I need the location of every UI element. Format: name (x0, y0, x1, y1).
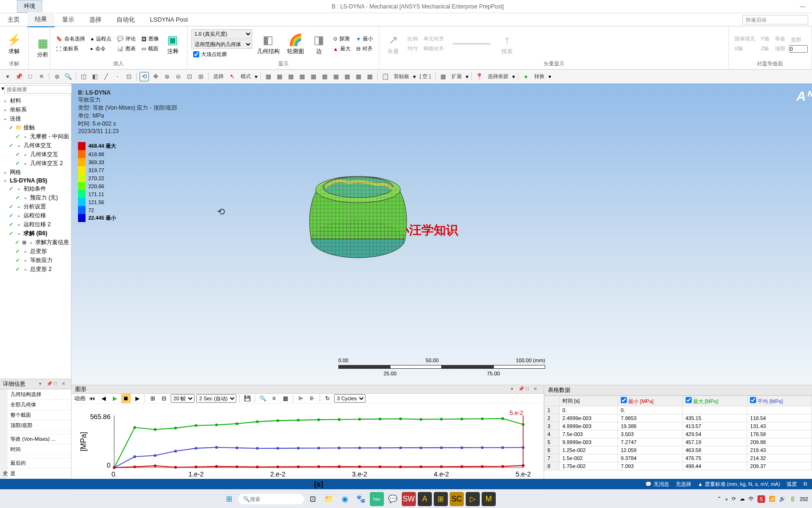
cycles-select[interactable]: 3 Cycles (334, 394, 366, 403)
edge-icon[interactable]: ╱ (102, 72, 111, 81)
grid-align-button[interactable]: 网格对齐 (422, 44, 446, 53)
align-icon[interactable]: ⊫ (296, 394, 305, 403)
tree-item[interactable]: ✓▫几何体交互 2 (1, 159, 70, 168)
probe-button[interactable]: ⊙探测 (331, 34, 352, 43)
pin-icon[interactable]: 📌 (47, 381, 53, 388)
details-row[interactable]: 史是 (0, 468, 71, 479)
view-icon[interactable]: ▦ (331, 72, 341, 81)
play-icon[interactable]: ▶ (110, 394, 119, 403)
next-frame-icon[interactable]: ▶ (133, 394, 142, 403)
body-icon[interactable]: ◫ (79, 72, 88, 81)
tray-icon[interactable]: ⟳ (732, 496, 736, 502)
view-icon[interactable]: ▦ (286, 72, 296, 81)
tree-item[interactable]: ✓📁接触 (1, 123, 70, 132)
details-row[interactable]: 最后的 (0, 458, 71, 468)
export-icon[interactable]: 💾 (242, 394, 252, 403)
details-row[interactable]: 时间 (0, 444, 71, 455)
select-by-label[interactable]: 选择依据 (486, 73, 510, 80)
viewport[interactable]: B: LS-DYNA 等效应力 类型: 等效 (Von-Mises) 应力 - … (71, 84, 812, 385)
window-icon[interactable]: □ (526, 386, 532, 393)
view-icon[interactable]: ▦ (320, 72, 329, 81)
view-icon[interactable]: ▦ (309, 72, 318, 81)
contour-level-button[interactable]: 等值 (773, 34, 787, 43)
linear-button[interactable]: ↑线形 (497, 32, 517, 56)
quick-launch-input[interactable] (742, 15, 808, 24)
grid-icon[interactable]: ▦ (281, 394, 290, 403)
ime-icon[interactable]: S (757, 495, 765, 503)
max-button[interactable]: ▲最大 (331, 44, 352, 53)
clipboard-label[interactable]: 剪贴板 (392, 73, 411, 80)
tree-item[interactable]: ✓▫总变形 2 (1, 265, 70, 274)
view-icon[interactable]: ▦ (297, 72, 307, 81)
tree-item[interactable]: ▫网格 (1, 168, 70, 177)
z-axis-button[interactable]: Z轴 (759, 44, 771, 53)
tree-item[interactable]: ✓▫分析设置 (1, 202, 70, 211)
taskbar-search[interactable]: 🔍 (238, 494, 304, 504)
ime-icon[interactable]: 中 (749, 495, 754, 502)
chart-button[interactable]: 📊图表 (115, 44, 138, 53)
loop-icon[interactable]: ↻ (323, 394, 332, 403)
remote-point-button[interactable]: ●远程点 (89, 34, 113, 43)
tree-item[interactable]: ✓⊞▫求解方案信息 (1, 238, 70, 247)
unit-align-button[interactable]: 单元对齐 (422, 34, 446, 43)
table-row[interactable]: 22.4999e-0037.9853435.15118.54 (545, 414, 812, 422)
table-row[interactable]: 10.0. (545, 406, 812, 414)
tray-icon[interactable]: ☁ (740, 496, 745, 502)
pin-icon[interactable]: 📌 (518, 386, 525, 393)
details-row[interactable]: 整个截面 (0, 410, 71, 421)
table-row[interactable]: 71.5e-0029.3784476.75214.32 (545, 454, 812, 462)
section-button[interactable]: ▭截面 (140, 44, 161, 53)
tree-item[interactable]: ✓▫初始条件 (1, 184, 70, 193)
vector-button[interactable]: ↗矢量 (383, 32, 404, 56)
table-row[interactable]: 59.9999e-0037.2747457.19209.88 (545, 438, 812, 446)
table-body[interactable]: 时间 [s] 最小 [MPa] 最大 [MPa] 平均 [MPa] 10.0.2… (544, 396, 812, 479)
tree-item[interactable]: ▫连接 (1, 114, 70, 123)
tree-item[interactable]: ▫材料 (1, 96, 70, 105)
minimize-button[interactable]: — (793, 3, 812, 10)
tree-item[interactable]: ✓▫求解 (B6) (1, 229, 70, 238)
menu-result[interactable]: 结果 (27, 12, 55, 27)
node-icon[interactable]: ⊡ (124, 72, 133, 81)
tray-chevron-icon[interactable]: ⌃ (717, 496, 721, 502)
max-header[interactable]: 最大 [MPa] (682, 396, 747, 406)
expand-icon[interactable]: ▦ (438, 72, 448, 81)
avg-header[interactable]: 平均 [MPa] (747, 396, 812, 406)
scope-select[interactable]: 适用范围内的几何体 (191, 40, 252, 49)
convert-label[interactable]: 转换 (532, 73, 547, 80)
bottom-button[interactable]: 底部 (789, 35, 808, 44)
tree-item[interactable]: ▫LS-DYNA (B5) (1, 177, 70, 184)
view-icon[interactable]: ▦ (365, 72, 375, 81)
edge-button[interactable]: ◨边 (309, 32, 329, 56)
large-vertex-checkbox[interactable]: 大顶点轮廓 (191, 50, 252, 59)
zoom-out-icon[interactable]: ⊖ (173, 72, 183, 81)
mode-label[interactable]: 模式 (239, 73, 253, 80)
pan-icon[interactable]: ✥ (151, 72, 160, 81)
table-row[interactable]: 61.25e-00212.059463.58219.43 (545, 446, 812, 454)
window-icon[interactable]: □ (25, 72, 35, 81)
image-button[interactable]: 🖼图像 (140, 34, 161, 43)
clock[interactable]: 202 (800, 496, 808, 502)
align-icon[interactable]: ⊪ (307, 394, 317, 403)
contour-button[interactable]: 🌈轮廓图 (284, 32, 307, 56)
min-header[interactable]: 最小 [MPa] (618, 396, 683, 406)
tree-item[interactable]: ✓▫无摩擦 - 中间面 (1, 132, 70, 141)
tree-item[interactable]: ✓▫远程位移 (1, 211, 70, 220)
zoom-fit-icon[interactable]: ⊕ (52, 72, 62, 81)
menu-display[interactable]: 显示 (55, 13, 82, 27)
tray-icon[interactable]: ● (725, 496, 728, 502)
zoom-icon[interactable]: 🔍 (63, 72, 73, 81)
time-select[interactable]: 2 Sec (自动) (196, 394, 236, 403)
solid-fill-button[interactable]: 固体填充 (733, 34, 757, 43)
coord-sys-button[interactable]: ⛶坐标系 (54, 44, 87, 53)
table-row[interactable]: 34.9999e-00319.386413.57131.43 (545, 422, 812, 430)
tree-item[interactable]: ✓▫等效应力 (1, 256, 70, 265)
view-icon[interactable]: ▦ (264, 72, 273, 81)
details-row[interactable]: 等效 (Von-Mises) ... (0, 434, 71, 444)
stop-icon[interactable]: ⏹ (121, 394, 131, 403)
menu-select[interactable]: 选择 (82, 13, 109, 27)
tree-item[interactable]: ✓▫几何体交互 (1, 141, 70, 150)
command-button[interactable]: ▸命令 (89, 44, 113, 53)
time-header[interactable]: 时间 [s] (559, 396, 617, 406)
graph-body[interactable]: 565.860[MPa]0.1.e-22.e-23.e-24.e-25.e-2[… (71, 404, 544, 494)
rotate-icon[interactable]: ⟲ (140, 72, 149, 81)
